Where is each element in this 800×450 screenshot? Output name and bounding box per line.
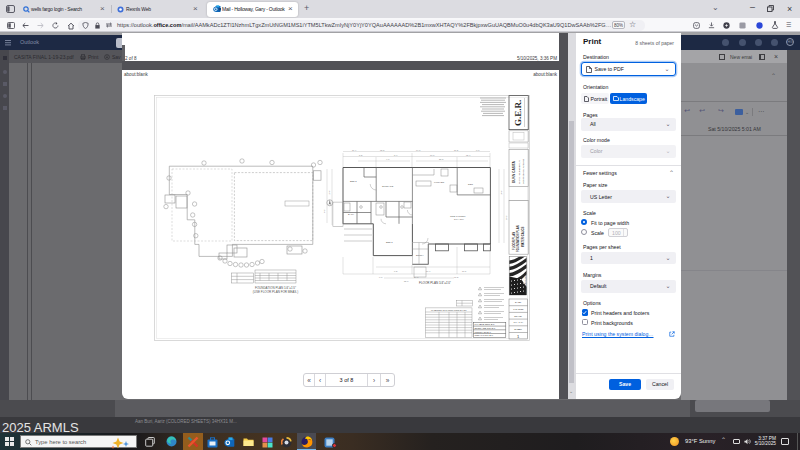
svg-text:11'-4": 11'-4": [352, 149, 357, 151]
svg-text:12'-8": 12'-8": [380, 149, 385, 151]
svg-text:WATER CALCS: WATER CALCS: [521, 227, 525, 247]
svg-text:14'-0": 14'-0": [416, 149, 421, 151]
svg-text:LIVABLE 1580 S.F.: LIVABLE 1580 S.F.: [475, 323, 496, 326]
svg-text:6'-0": 6'-0": [379, 276, 383, 278]
svg-text:52'-0": 52'-0": [404, 280, 409, 282]
svg-text:DEN: DEN: [468, 183, 473, 185]
svg-text:FLOOR PLAN 1/4"=1'0": FLOOR PLAN 1/4"=1'0": [419, 281, 451, 285]
svg-text:SCOTTSDALE, AZ 85262: SCOTTSDALE, AZ 85262: [522, 158, 525, 184]
svg-text:11'-2": 11'-2": [454, 149, 459, 151]
svg-text:1/4"=1'-0": 1/4"=1'-0": [513, 321, 523, 323]
svg-text:WATER/DRAIN CALCULATION CHART: WATER/DRAIN CALCULATION CHART: [431, 309, 467, 311]
svg-text:KITCHEN: KITCHEN: [434, 181, 444, 183]
svg-text:BED 3: BED 3: [386, 241, 393, 243]
svg-text:8'-2": 8'-2": [323, 209, 325, 213]
svg-text:GREAT ROOM: GREAT ROOM: [450, 215, 466, 217]
svg-text:14'-8": 14'-8": [500, 190, 502, 195]
svg-text:13'-2": 13'-2": [454, 276, 459, 278]
svg-text:9'-6": 9'-6": [476, 149, 480, 151]
svg-text:(USE FLOOR PLAN FOR MEAS.): (USE FLOOR PLAN FOR MEAS.): [253, 290, 298, 294]
svg-text:BED 2: BED 2: [350, 180, 357, 182]
svg-text:BATH: BATH: [348, 213, 354, 215]
svg-text:20'-2": 20'-2": [505, 215, 507, 220]
svg-text:8'-4": 8'-4": [394, 154, 398, 156]
svg-text:1617 E. MILKWEED LN: 1617 E. MILKWEED LN: [518, 160, 520, 184]
svg-text:TOTAL 1,804 S.F.: TOTAL 1,804 S.F.: [475, 334, 494, 337]
svg-text:SHEET:: SHEET:: [514, 328, 522, 330]
svg-text:4'-6": 4'-6": [386, 158, 390, 160]
svg-text:PORCH 38 S.F.: PORCH 38 S.F.: [475, 331, 492, 334]
svg-text:DUNN CASITA: DUNN CASITA: [512, 161, 516, 183]
svg-text:24'0" x 20'0": 24'0" x 20'0": [454, 218, 464, 220]
svg-text:24'-6": 24'-6": [414, 276, 419, 278]
svg-text:STORAGE 186 S.F.: STORAGE 186 S.F.: [475, 327, 496, 330]
svg-text:1-19-2023: 1-19-2023: [513, 308, 524, 310]
svg-text:11'-8": 11'-8": [462, 270, 467, 272]
svg-text:FOUNDATION PLAN: FOUNDATION PLAN: [516, 225, 520, 252]
svg-text:16'-4": 16'-4": [426, 270, 431, 272]
svg-text:SCALE:: SCALE:: [514, 315, 522, 317]
svg-text:22'-8": 22'-8": [439, 158, 444, 160]
svg-text:AMERICAN DESIGN FIRM: AMERICAN DESIGN FIRM: [524, 274, 526, 294]
svg-text:ENTRY: ENTRY: [416, 254, 424, 256]
svg-text:1: 1: [517, 334, 520, 339]
svg-text:G.E.R.: G.E.R.: [513, 100, 523, 126]
svg-text:FLOOR PLAN: FLOOR PLAN: [512, 232, 516, 250]
svg-text:12'-4": 12'-4": [466, 154, 471, 156]
svg-text:10'-0": 10'-0": [430, 154, 435, 156]
svg-text:9'-2": 9'-2": [394, 270, 398, 272]
svg-text:STORAGE: STORAGE: [382, 185, 394, 187]
svg-text:5'-2": 5'-2": [359, 154, 363, 156]
svg-text:12'-6": 12'-6": [328, 190, 330, 195]
svg-text:DATE:: DATE:: [515, 301, 522, 303]
